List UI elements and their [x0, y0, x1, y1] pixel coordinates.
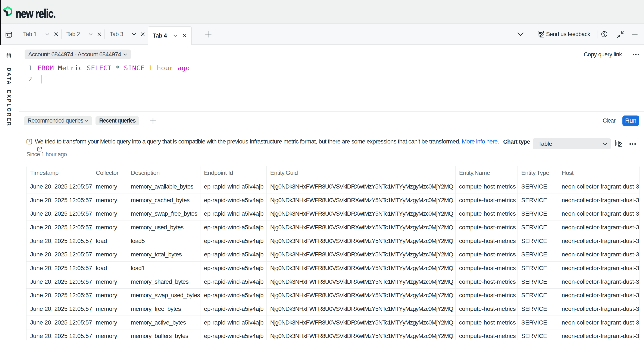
tab-4-close-icon[interactable] [183, 34, 186, 37]
tab-label[interactable]: Tab 2 [62, 31, 80, 37]
column-header-entity-type[interactable]: Entity.Type [518, 166, 558, 180]
tab-3[interactable]: Tab 3 [105, 24, 148, 45]
table-row[interactable]: June 20, 2025 12:05:57memorymemory_share… [26, 275, 640, 289]
cell-endpoint: ep-rapid-wind-a5iv4ajb [200, 221, 266, 234]
divider [144, 117, 144, 125]
database-icon[interactable] [6, 52, 12, 59]
tab-1[interactable]: Tab 1 [18, 24, 61, 45]
tab-label[interactable]: Tab 1 [18, 31, 37, 37]
column-header-host[interactable]: Host [558, 166, 640, 180]
editor-line-2[interactable]: 2 [24, 73, 190, 84]
cell-timestamp: June 20, 2025 12:05:57 [26, 302, 92, 316]
table-row[interactable]: June 20, 2025 12:05:57memorymemory_buffe… [26, 330, 640, 340]
cell-guid: Njg0NDk3NHxFWFR8U0VSVklDRXwtMzY5NTc1MTYy… [266, 330, 455, 340]
more-info-link[interactable]: More info here. [462, 138, 499, 145]
cell-type: SERVICE [518, 248, 558, 261]
tab-3-close-icon[interactable] [141, 32, 145, 36]
tab-4-active[interactable]: Tab 4 [148, 26, 192, 45]
external-link-icon[interactable] [37, 147, 42, 152]
data-explorer-label[interactable]: DATA EXPLORER [6, 68, 11, 127]
tab-label[interactable]: Tab 3 [105, 31, 123, 37]
recent-queries-button[interactable]: Recent queries [96, 116, 139, 125]
column-header-endpoint-id[interactable]: Endpoint Id [200, 166, 266, 180]
warning-message: We tried to transform your Metric query … [35, 138, 499, 145]
cell-description: memory_cached_bytes [127, 193, 200, 207]
cell-collector: memory [92, 289, 127, 302]
cell-description: memory_swap_used_bytes [127, 289, 200, 302]
cell-collector: load [92, 261, 127, 275]
help-icon[interactable] [601, 31, 607, 37]
chevron-down-icon [123, 53, 127, 56]
column-header-timestamp[interactable]: Timestamp [26, 166, 92, 180]
cell-guid: Njg0NDk3NHxFWFR8U0VSVklDRXwtMzY5NTc1MTYy… [266, 193, 455, 207]
cell-name: compute-host-metrics [455, 289, 518, 302]
table-row[interactable]: June 20, 2025 12:05:57memorymemory_swap_… [26, 289, 640, 302]
cell-description: memory_free_bytes [127, 302, 200, 316]
chart-type-select[interactable]: Table [533, 138, 611, 149]
cell-collector: memory [92, 193, 127, 207]
send-feedback-label: Send us feedback [546, 31, 590, 37]
table-row[interactable]: June 20, 2025 12:05:57loadload5ep-rapid-… [26, 234, 640, 248]
table-row[interactable]: June 20, 2025 12:05:57memorymemory_total… [26, 248, 640, 261]
new-tab-plus-icon[interactable] [204, 30, 212, 38]
tab-list: Tab 1 Tab 2 Tab 3 Tab 4 [18, 24, 212, 45]
chevron-down-icon [603, 143, 608, 145]
query-more-options-icon[interactable] [633, 54, 639, 55]
query-console-icon[interactable] [6, 31, 12, 38]
cell-description: load1 [127, 261, 200, 275]
send-feedback-button[interactable]: Send us feedback [538, 31, 590, 37]
cell-name: compute-host-metrics [455, 248, 518, 261]
cell-collector: memory [92, 180, 127, 193]
cell-guid: Njg0NDk3NHxFWFR8U0VSVklDRXwtMzY5NTc1MTYy… [266, 234, 455, 248]
table-row[interactable]: June 20, 2025 12:05:57memorymemory_swap_… [26, 207, 640, 221]
column-header-entity-guid[interactable]: Entity.Guid [266, 166, 455, 180]
clear-button[interactable]: Clear [602, 117, 615, 124]
cell-type: SERVICE [518, 234, 558, 248]
table-row[interactable]: June 20, 2025 12:05:57memorymemory_activ… [26, 316, 640, 330]
cell-timestamp: June 20, 2025 12:05:57 [26, 261, 92, 275]
cell-host: neon-collector-fragrant-dust-3 [558, 330, 640, 340]
cell-host: neon-collector-fragrant-dust-3 [558, 234, 640, 248]
line-number: 1 [24, 62, 32, 73]
minimize-icon[interactable] [632, 34, 638, 34]
table-row[interactable]: June 20, 2025 12:05:57loadload1ep-rapid-… [26, 261, 640, 275]
tabs-dropdown-chevron-icon[interactable] [517, 32, 524, 36]
cell-collector: memory [92, 330, 127, 340]
recommended-queries-label: Recommended queries [28, 117, 83, 124]
tab-2-close-icon[interactable] [98, 32, 101, 36]
add-query-plus-icon[interactable] [150, 118, 156, 124]
tab-2-chevron-down-icon[interactable] [89, 33, 92, 35]
column-header-collector[interactable]: Collector [92, 166, 127, 180]
cell-host: neon-collector-fragrant-dust-3 [558, 207, 640, 221]
column-header-entity-name[interactable]: Entity.Name [455, 166, 518, 180]
tab-1-chevron-down-icon[interactable] [46, 33, 49, 35]
recommended-queries-button[interactable]: Recommended queries [24, 116, 92, 125]
editor-line-1[interactable]: 1FROM Metric SELECT * SINCE 1 hour ago [24, 62, 190, 73]
column-header-description[interactable]: Description [127, 166, 200, 180]
tab-4-chevron-down-icon[interactable] [173, 34, 177, 37]
nrql-editor[interactable]: 1FROM Metric SELECT * SINCE 1 hour ago2 [24, 62, 190, 84]
cell-host: neon-collector-fragrant-dust-3 [558, 316, 640, 330]
cell-endpoint: ep-rapid-wind-a5iv4ajb [200, 193, 266, 207]
collapse-icon[interactable] [617, 31, 624, 38]
run-button[interactable]: Run [622, 115, 639, 126]
account-picker[interactable]: Account: 6844974 - Account 6844974 [24, 49, 131, 59]
tab-2[interactable]: Tab 2 [62, 24, 105, 45]
edit-chart-icon[interactable] [615, 140, 622, 147]
cell-name: compute-host-metrics [455, 234, 518, 248]
copy-query-link-button[interactable]: Copy query link [584, 51, 622, 58]
cell-endpoint: ep-rapid-wind-a5iv4ajb [200, 316, 266, 330]
tab-label[interactable]: Tab 4 [148, 32, 167, 39]
table-row[interactable]: June 20, 2025 12:05:57memorymemory_used_… [26, 221, 640, 234]
tab-3-chevron-down-icon[interactable] [132, 33, 136, 35]
table-row[interactable]: June 20, 2025 12:05:57memorymemory_avail… [26, 180, 640, 193]
cell-timestamp: June 20, 2025 12:05:57 [26, 248, 92, 261]
results-more-options-icon[interactable] [630, 143, 636, 145]
cell-timestamp: June 20, 2025 12:05:57 [26, 316, 92, 330]
chevron-down-icon [85, 120, 88, 122]
cell-name: compute-host-metrics [455, 207, 518, 221]
table-row[interactable]: June 20, 2025 12:05:57memorymemory_free_… [26, 302, 640, 316]
tab-1-close-icon[interactable] [54, 32, 58, 36]
cell-guid: Njg0NDk3NHxFWFR8U0VSVklDRXwtMzY5NTc1MTYy… [266, 207, 455, 221]
table-row[interactable]: June 20, 2025 12:05:57memorymemory_cache… [26, 193, 640, 207]
